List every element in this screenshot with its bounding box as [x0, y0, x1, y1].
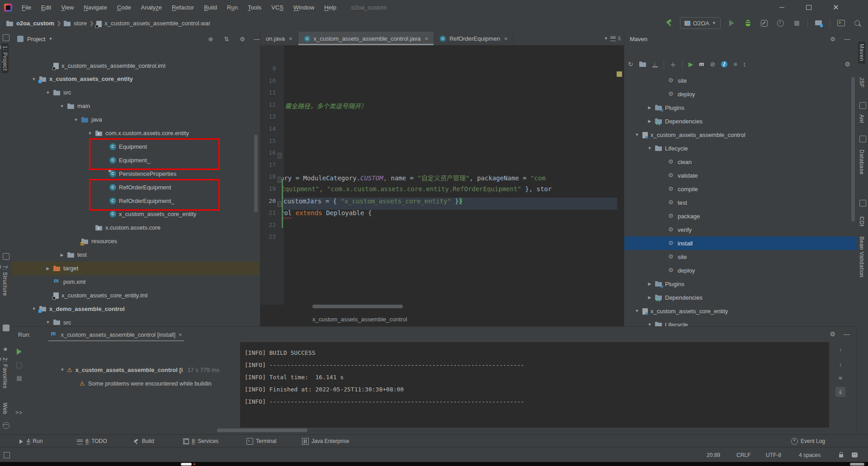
stripe-button-maven[interactable]: Maven	[858, 42, 865, 64]
toolwindow-button-run[interactable]: 4: Run	[18, 435, 42, 447]
maven-tree-row[interactable]: ▶Dependencies	[624, 114, 857, 128]
console-hscrollbar[interactable]	[217, 428, 307, 432]
close-icon[interactable]: ×	[179, 331, 182, 338]
show-in-explorer-button[interactable]	[813, 18, 824, 28]
more-options-button[interactable]: >>	[15, 410, 23, 416]
menu-window[interactable]: Window	[288, 4, 319, 11]
stripe-button-database[interactable]: Database	[858, 147, 865, 177]
hide-panel-button[interactable]: —	[844, 330, 850, 338]
editor-hscrollbar[interactable]	[312, 305, 403, 308]
maven-tree-row[interactable]: package	[624, 209, 857, 223]
caret-position[interactable]: 20:89	[707, 447, 720, 462]
code-area[interactable]: 91011121314151617181920212223 需全路径，多个类逗号…	[260, 45, 624, 305]
run-button[interactable]	[726, 18, 737, 28]
expander-icon[interactable]: ▼	[28, 77, 39, 81]
run-anything-button[interactable]	[835, 18, 846, 28]
line-ending[interactable]: CRLF	[736, 447, 750, 462]
file-encoding[interactable]: UTF-8	[766, 447, 781, 462]
toolwindow-button-services[interactable]: 8: Services	[183, 435, 218, 447]
editor-tab[interactable]: RefOrderEquipmen×	[434, 32, 514, 45]
hide-panel-button[interactable]: —	[252, 34, 260, 44]
maven-tree-row[interactable]: compile	[624, 182, 857, 196]
project-tree-row[interactable]: x_custom_assets_core_entity.iml	[12, 288, 260, 302]
collapse-all-button[interactable]: ⇅	[222, 34, 231, 44]
fold-marker-icon[interactable]	[278, 201, 282, 207]
expander-icon[interactable]: ▼	[632, 132, 642, 137]
project-tree-row[interactable]: x.custom.assets.core	[12, 221, 260, 235]
menu-file[interactable]: File	[17, 4, 36, 11]
project-tree-row[interactable]: Equipment	[12, 140, 260, 153]
expander-icon[interactable]: ▶	[644, 119, 655, 123]
menu-run[interactable]: Run	[222, 4, 243, 11]
expander-icon[interactable]: ▼	[644, 322, 655, 326]
maven-tree-row[interactable]: clean	[624, 155, 857, 169]
maven-tree-row[interactable]: deploy	[624, 87, 857, 101]
project-tree-row[interactable]: ▼x_custom_assets_core_entity	[12, 72, 260, 86]
maven-tree-row[interactable]: verify	[624, 223, 857, 236]
status-corner-button[interactable]	[4, 447, 11, 462]
maven-scrollbar[interactable]	[851, 77, 855, 221]
gear-icon[interactable]: ⚙	[237, 34, 247, 44]
project-scrollbar[interactable]	[254, 135, 258, 212]
expander-icon[interactable]: ▼	[71, 118, 81, 122]
rerun-button[interactable]	[17, 348, 22, 355]
readonly-lock-button[interactable]	[839, 447, 843, 462]
indent-setting[interactable]: 4 spaces	[799, 447, 821, 462]
expander-icon[interactable]: ▶	[644, 282, 655, 286]
maven-tree-row[interactable]: install	[624, 236, 857, 250]
project-tree-row[interactable]: PersistenceProperties	[12, 167, 260, 180]
menu-vcs[interactable]: VCS	[266, 4, 288, 11]
maven-tree-row[interactable]: ▼Lifecycle	[624, 318, 857, 326]
ide-errors-button[interactable]	[852, 447, 858, 462]
fold-marker-icon[interactable]	[278, 153, 282, 159]
stripe-button-ant[interactable]: Ant	[858, 112, 865, 126]
maven-tree-row[interactable]: site	[624, 74, 857, 87]
soft-wrap-button[interactable]: ≡	[835, 373, 845, 383]
fold-marker-icon[interactable]	[278, 177, 282, 183]
project-tree-row[interactable]: ▶target	[12, 262, 260, 275]
chevron-down-icon[interactable]: ▼	[48, 37, 52, 41]
project-tree-row[interactable]: x_custom_assets_assemble_control.iml	[12, 59, 260, 72]
expander-icon[interactable]: ▶	[42, 266, 53, 271]
run-toolbar-icon[interactable]	[16, 362, 22, 368]
maven-tree-row[interactable]: ▼mx_custom_assets_assemble_control	[624, 128, 857, 141]
project-tree-row[interactable]: ▼src	[12, 86, 260, 99]
maven-tree-row[interactable]: ▶⚙Plugins	[624, 277, 857, 291]
expander-icon[interactable]: ▶	[644, 105, 655, 110]
menu-view[interactable]: View	[56, 4, 79, 11]
toolwindow-button-build[interactable]: Build	[133, 435, 154, 447]
stripe-button-structure[interactable]: 7: Structure	[1, 263, 9, 298]
expander-icon[interactable]: ▼	[28, 306, 39, 311]
debug-button[interactable]	[742, 18, 753, 28]
expander-icon[interactable]: ▼	[632, 309, 642, 313]
expander-icon[interactable]: ▶	[644, 295, 655, 300]
maven-tree-row[interactable]: validate	[624, 169, 857, 182]
menu-help[interactable]: Help	[319, 4, 341, 11]
maven-tree-row[interactable]: ▶⚙Plugins	[624, 101, 857, 114]
locate-file-button[interactable]: ⊕	[206, 34, 216, 44]
project-tree-row[interactable]: ▼src	[12, 315, 260, 326]
maven-tree-row[interactable]: site	[624, 250, 857, 264]
run-configuration-select[interactable]: O2OA ▼	[680, 17, 721, 29]
menu-analyze[interactable]: Analyze	[136, 4, 167, 11]
stripe-button-jsf[interactable]: JSF	[858, 75, 865, 90]
down-stacktrace-button[interactable]: ↓	[835, 359, 845, 369]
run-console[interactable]: [INFO] BUILD SUCCESS[INFO] -------------…	[240, 342, 829, 428]
breadcrumb-item-project[interactable]: o2oa_custom	[6, 20, 54, 27]
expander-icon[interactable]: ▼	[42, 320, 53, 325]
hidden-tabs-control[interactable]: ▼ 5	[604, 32, 621, 45]
search-everywhere-button[interactable]	[852, 18, 863, 28]
stripe-button-project[interactable]: 1: Project	[1, 43, 9, 73]
profiler-button[interactable]	[775, 18, 786, 28]
project-tree-row[interactable]: ▶test	[12, 248, 260, 262]
project-tree-row[interactable]: RefOrderEquipment_	[12, 194, 260, 207]
minimize-button[interactable]	[774, 0, 789, 14]
maven-tree-row[interactable]: ▶Dependencies	[624, 291, 857, 304]
project-tree-row[interactable]: Equipment_	[12, 153, 260, 167]
toolwindow-button-javaenterprise[interactable]: Java Enterprise	[302, 435, 349, 447]
maximize-button[interactable]	[801, 0, 816, 14]
up-stacktrace-button[interactable]: ↑	[835, 345, 845, 355]
event-log-button[interactable]: Event Log	[791, 435, 825, 447]
stripe-button-favorites[interactable]: 2: Favorites	[1, 355, 9, 391]
close-icon[interactable]: ×	[289, 35, 292, 42]
